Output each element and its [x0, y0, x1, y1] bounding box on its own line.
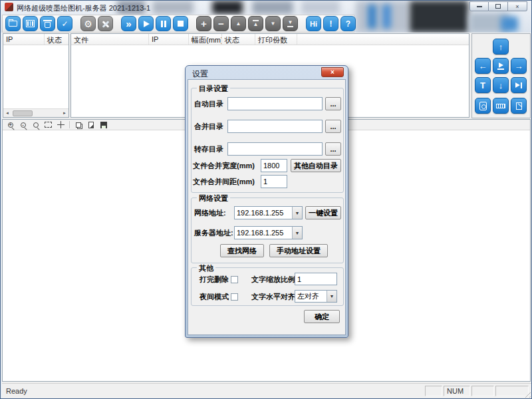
zoom-reset-button[interactable] — [31, 120, 40, 129]
horizontal-scrollbar[interactable]: ◄ ► — [3, 108, 68, 117]
app-icon — [5, 3, 13, 11]
column-header-status[interactable]: 状态 — [222, 34, 255, 45]
copy-button[interactable] — [74, 120, 82, 129]
merge-dir-browse-button[interactable]: ... — [325, 120, 341, 133]
copy-icon — [76, 122, 81, 128]
delete-after-print-checkbox[interactable] — [231, 276, 238, 283]
text-align-combo[interactable]: 左对齐 ▼ — [295, 290, 337, 303]
server-address-value: 192.168.1.255 — [235, 229, 292, 237]
arrow-up-icon: ▲ — [236, 21, 241, 27]
minimize-button[interactable] — [469, 1, 489, 11]
trash-icon — [45, 22, 51, 28]
open-file-button[interactable] — [5, 16, 21, 31]
play-icon — [144, 21, 150, 27]
text-scale-input[interactable] — [295, 273, 337, 285]
move-top-button[interactable]: ▲ — [248, 16, 263, 31]
preview-button[interactable] — [86, 120, 95, 129]
manual-address-button[interactable]: 手动地址设置 — [269, 244, 328, 257]
pad-right-button[interactable]: → — [511, 58, 527, 74]
save-button[interactable] — [99, 120, 108, 129]
document-check-icon — [516, 102, 522, 110]
column-header-copies[interactable]: 打印份数 — [255, 34, 297, 45]
zoom-in-button[interactable]: + — [6, 120, 15, 129]
scroll-right-icon[interactable]: ► — [61, 110, 68, 117]
chevron-down-icon[interactable]: ▼ — [292, 227, 302, 239]
merge-dir-input[interactable] — [227, 120, 323, 133]
send-all-button[interactable]: » — [121, 16, 136, 31]
pad-down-button[interactable]: ↓ — [493, 77, 509, 93]
dialog-close-button[interactable]: × — [321, 67, 344, 77]
column-header-width[interactable]: 幅面(mm) — [189, 34, 222, 45]
move-bottom-button[interactable]: ▼ — [283, 16, 298, 31]
pad-doc-button[interactable] — [511, 98, 527, 114]
job-list-header: 文件 IP 幅面(mm) 状态 打印份数 — [71, 34, 469, 45]
maximize-button[interactable] — [489, 1, 508, 11]
merge-width-label: 文件合并宽度(mm) — [193, 159, 255, 172]
check-icon: ✓ — [61, 19, 68, 29]
pad-left-button[interactable]: ← — [475, 58, 491, 74]
ruler-icon — [496, 104, 505, 108]
column-header-ip[interactable]: IP — [3, 34, 45, 45]
pause-button[interactable] — [156, 16, 171, 31]
merge-gap-input[interactable] — [261, 175, 287, 188]
help-button[interactable]: ? — [340, 16, 356, 31]
network-address-combo[interactable]: 192.168.1.255 ▼ — [234, 206, 303, 219]
stop-button[interactable] — [173, 16, 188, 31]
delete-button[interactable] — [40, 16, 55, 31]
pan-move-icon — [57, 121, 65, 128]
pad-text-button[interactable]: T — [475, 77, 491, 93]
move-up-button[interactable]: ▲ — [231, 16, 246, 31]
pad-end-button[interactable] — [511, 77, 527, 93]
remove-button[interactable]: − — [213, 16, 229, 31]
view-columns-button[interactable] — [23, 16, 38, 31]
num-lock-indicator: NUM — [444, 386, 470, 396]
chevron-down-icon[interactable]: ▼ — [292, 207, 302, 219]
titlebar: 网络超级喷墨绘图机-服务器 2021-1213-1 × — [1, 1, 532, 15]
zoom-out-button[interactable]: - — [19, 120, 27, 129]
transfer-dir-input[interactable] — [227, 142, 323, 156]
find-network-button[interactable]: 查找网络 — [220, 244, 264, 257]
transfer-dir-browse-button[interactable]: ... — [325, 142, 341, 156]
pad-plot-button[interactable] — [493, 58, 509, 74]
start-button[interactable] — [138, 16, 154, 31]
toolbar-separator — [69, 121, 70, 128]
server-address-combo[interactable]: 192.168.1.255 ▼ — [234, 226, 303, 239]
merge-dir-label: 合并目录 — [194, 120, 223, 133]
scroll-left-icon[interactable]: ◄ — [3, 110, 11, 117]
alert-button[interactable]: ! — [323, 16, 338, 31]
pad-ruler-button[interactable] — [493, 98, 509, 114]
auto-dir-browse-button[interactable]: ... — [325, 97, 341, 110]
arrow-left-icon: ← — [479, 61, 487, 71]
night-mode-checkbox[interactable] — [231, 293, 238, 301]
pad-frame-button[interactable] — [475, 98, 491, 114]
scrollbar-thumb[interactable] — [13, 110, 33, 116]
main-toolbar: ✓ ⚙ » + − ▲ ▲ ▼ ▼ Hi ! ? — [2, 15, 354, 33]
auto-dir-input[interactable] — [227, 97, 323, 110]
save-floppy-icon — [100, 122, 107, 128]
minus-icon: − — [218, 18, 224, 29]
letter-t-icon: T — [480, 80, 485, 90]
close-button[interactable]: × — [508, 1, 527, 11]
merge-width-input[interactable] — [261, 159, 287, 172]
onekey-setup-button[interactable]: 一键设置 — [305, 206, 341, 219]
arrow-up-icon: ↑ — [499, 42, 503, 52]
settings-button[interactable]: ⚙ — [80, 16, 96, 31]
hi-icon: Hi — [310, 20, 317, 28]
confirm-button[interactable]: ✓ — [57, 16, 72, 31]
pad-up-button[interactable]: ↑ — [493, 39, 509, 55]
text-scale-label: 文字缩放比例 — [251, 273, 295, 286]
column-header-ip[interactable]: IP — [149, 34, 189, 45]
chevron-down-icon[interactable]: ▼ — [327, 291, 336, 302]
move-down-button[interactable]: ▼ — [265, 16, 281, 31]
column-header-status[interactable]: 状态 — [45, 34, 68, 45]
other-auto-dir-button[interactable]: 其他自动目录 — [291, 159, 341, 172]
page-preview-icon — [88, 122, 94, 128]
hi-button[interactable]: Hi — [306, 16, 321, 31]
ok-button[interactable]: 确定 — [304, 310, 340, 323]
view-columns-icon — [26, 20, 35, 27]
tools-button[interactable] — [98, 16, 113, 31]
pan-button[interactable] — [57, 120, 65, 129]
column-header-file[interactable]: 文件 — [71, 34, 149, 45]
select-region-button[interactable] — [44, 120, 53, 129]
add-button[interactable]: + — [196, 16, 211, 31]
